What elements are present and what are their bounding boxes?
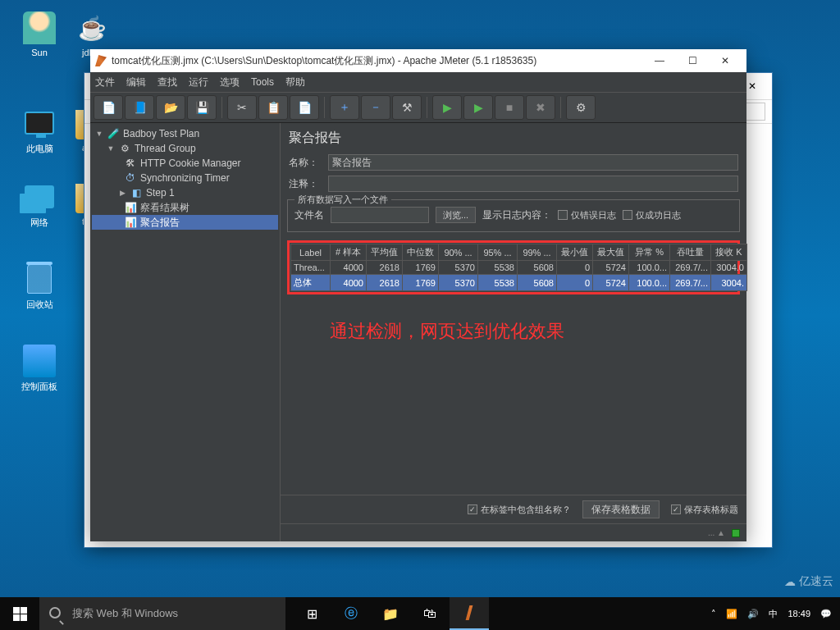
table-row[interactable]: Threa...40002618176953705538560805724100…	[291, 261, 747, 275]
menu-edit[interactable]: 编辑	[126, 75, 146, 89]
store-button[interactable]: 🛍	[410, 597, 450, 630]
write-file-fieldset: 所有数据写入一个文件 文件名 浏览... 显示日志内容： 仅错误日志 仅成功日志	[287, 199, 740, 232]
table-row-total[interactable]: 总体40002618176953705538560805724100.0...2…	[291, 275, 747, 291]
desktop-icon-thispc[interactable]: 此电脑	[15, 107, 64, 155]
taskbar-search[interactable]: 搜索 Web 和 Windows	[39, 597, 285, 630]
jmeter-taskbar-button[interactable]	[450, 597, 489, 630]
fieldset-legend: 所有数据写入一个文件	[294, 194, 391, 206]
table-header-row[interactable]: Label# 样本平均值中位数90% ...95% ...99% ...最小值最…	[291, 244, 747, 261]
chart-icon: 📊	[125, 202, 136, 213]
name-field[interactable]	[328, 154, 738, 171]
status-led-icon	[732, 529, 740, 537]
jmeter-window: tomcat优化压测.jmx (C:\Users\Sun\Desktop\tom…	[90, 49, 746, 541]
clock-icon: ⏱	[125, 172, 136, 184]
jmeter-icon	[95, 55, 107, 66]
collapse-button[interactable]: －	[361, 95, 390, 120]
open-button[interactable]: 📂	[156, 95, 185, 120]
menu-run[interactable]: 运行	[189, 75, 208, 89]
menu-tools[interactable]: Tools	[251, 76, 274, 88]
shutdown-button[interactable]: ✖	[526, 95, 555, 120]
chart-icon: 📊	[125, 217, 136, 228]
taskbar[interactable]: 搜索 Web 和 Windows ⊞ ⓔ 📁 🛍 ˄ 📶 🔊 中 18:49 💬	[0, 597, 840, 630]
minimize-button[interactable]: —	[643, 50, 676, 71]
start-button[interactable]	[0, 597, 39, 630]
java-icon: ☕	[75, 11, 108, 44]
maximize-button[interactable]: ☐	[676, 50, 709, 71]
paste-button[interactable]: 📄	[290, 95, 319, 120]
clear-button[interactable]: ⚙	[566, 95, 596, 120]
results-table-highlight: Label# 样本平均值中位数90% ...95% ...99% ...最小值最…	[287, 240, 740, 294]
notifications-icon[interactable]: 💬	[820, 609, 832, 619]
desktop-icon-recycle[interactable]: 回收站	[15, 262, 64, 311]
search-icon	[49, 607, 64, 621]
toggle-button[interactable]: ⚒	[392, 95, 422, 120]
file-label: 文件名	[294, 208, 324, 222]
watermark: ☁ 亿速云	[784, 574, 833, 589]
cut-button[interactable]: ✂	[227, 95, 257, 120]
flask-icon: 🧪	[107, 128, 119, 139]
save-header-checkbox[interactable]: 保存表格标题	[671, 504, 738, 516]
aggregate-report-table[interactable]: Label# 样本平均值中位数90% ...95% ...99% ...最小值最…	[290, 244, 747, 291]
menubar: 文件 编辑 查找 运行 选项 Tools 帮助	[90, 72, 746, 92]
tree-test-plan[interactable]: ▼🧪Badboy Test Plan	[92, 126, 278, 141]
task-view-button[interactable]: ⊞	[292, 597, 331, 630]
tree-thread-group[interactable]: ▼⚙Thread Group	[92, 141, 278, 156]
new-button[interactable]: 📄	[94, 95, 123, 120]
menu-options[interactable]: 选项	[220, 75, 240, 89]
templates-button[interactable]: 📘	[125, 95, 154, 120]
start-button[interactable]: ▶	[432, 95, 462, 120]
log-content-label: 显示日志内容：	[482, 208, 551, 222]
browse-button[interactable]: 浏览...	[436, 207, 476, 223]
edge-button[interactable]: ⓔ	[331, 597, 371, 630]
menu-help[interactable]: 帮助	[285, 75, 305, 89]
wrench-icon: 🛠	[125, 158, 136, 169]
desktop-icon-controlpanel[interactable]: 控制面板	[15, 345, 64, 393]
window-title: tomcat优化压测.jmx (C:\Users\Sun\Desktop\tom…	[112, 54, 536, 68]
panel-title: 聚合报告	[281, 123, 746, 152]
stop-button[interactable]: ■	[495, 95, 524, 120]
desktop-icon-network[interactable]: 网络	[15, 180, 64, 229]
cube-icon: ◧	[130, 187, 142, 199]
explorer-button[interactable]: 📁	[371, 597, 410, 630]
volume-icon[interactable]: 🔊	[747, 609, 759, 619]
save-table-data-button[interactable]: 保存表格数据	[582, 500, 660, 518]
tree-step1[interactable]: ▶◧Step 1	[92, 185, 278, 200]
expand-button[interactable]: ＋	[330, 95, 359, 120]
tree-sync-timer[interactable]: ⏱Synchronizing Timer	[92, 171, 278, 185]
comment-field[interactable]	[328, 176, 738, 192]
panel-footer: 在标签中包含组名称？ 保存表格数据 保存表格标题	[281, 495, 746, 523]
test-plan-tree[interactable]: ▼🧪Badboy Test Plan ▼⚙Thread Group 🛠HTTP …	[90, 123, 281, 541]
system-tray[interactable]: ˄ 📶 🔊 中 18:49 💬	[703, 608, 840, 620]
comment-label: 注释：	[289, 177, 323, 191]
menu-search[interactable]: 查找	[158, 75, 177, 89]
desktop-icon-sun[interactable]: Sun	[15, 11, 64, 57]
tree-result-tree[interactable]: 📊察看结果树	[92, 200, 278, 215]
menu-file[interactable]: 文件	[95, 75, 115, 89]
windows-icon	[13, 607, 27, 621]
close-button[interactable]: ✕	[709, 50, 742, 71]
include-group-checkbox[interactable]: 在标签中包含组名称？	[468, 504, 571, 516]
name-label: 名称：	[289, 156, 323, 170]
gear-icon: ⚙	[119, 143, 130, 154]
filename-field[interactable]	[331, 207, 429, 223]
save-button[interactable]: 💾	[187, 95, 217, 120]
status-bar: ... ▲	[281, 523, 746, 541]
clock[interactable]: 18:49	[788, 609, 810, 619]
tree-cookie-manager[interactable]: 🛠HTTP Cookie Manager	[92, 156, 278, 171]
start-no-pause-button[interactable]: ▶	[463, 95, 493, 120]
only-errors-checkbox[interactable]: 仅错误日志	[558, 209, 616, 221]
annotation-text: 通过检测，网页达到优化效果	[281, 294, 746, 344]
network-icon[interactable]: 📶	[726, 609, 737, 619]
toolbar: 📄 📘 📂 💾 ✂ 📋 📄 ＋ － ⚒ ▶ ▶ ■ ✖ ⚙	[90, 92, 746, 123]
tree-aggregate-report[interactable]: 📊聚合报告	[92, 215, 278, 230]
ime-icon[interactable]: 中	[769, 608, 778, 620]
titlebar[interactable]: tomcat优化压测.jmx (C:\Users\Sun\Desktop\tom…	[90, 49, 746, 72]
tray-chevron-icon[interactable]: ˄	[711, 609, 716, 619]
only-success-checkbox[interactable]: 仅成功日志	[623, 209, 681, 221]
copy-button[interactable]: 📋	[258, 95, 288, 120]
